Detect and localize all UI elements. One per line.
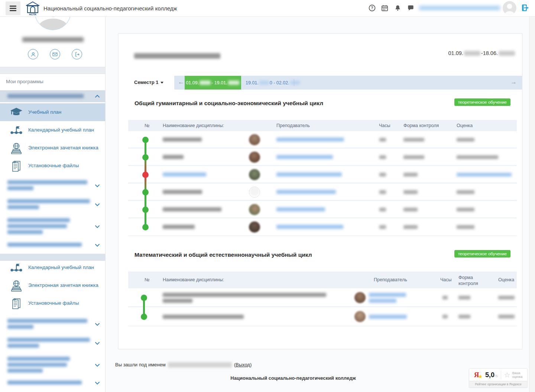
- sidebar-program-collapsed[interactable]: [0, 337, 106, 353]
- caret-down-icon: [160, 82, 163, 84]
- discipline-name-redacted: [163, 207, 221, 211]
- chevron-down-icon: [95, 323, 100, 326]
- period-tab-next[interactable]: 19.01.0 - 02.02.: [246, 76, 301, 90]
- teacher-link-redacted[interactable]: [276, 190, 336, 194]
- chevron-up-icon: [95, 95, 100, 98]
- teacher-link-redacted[interactable]: [276, 225, 343, 229]
- sidebar-item-label: Календарный учебный план: [28, 127, 94, 133]
- chevron-down-icon: [95, 225, 100, 228]
- table-row: 2: [128, 149, 517, 166]
- th-num: №: [145, 123, 149, 128]
- teacher-link-redacted[interactable]: [369, 299, 396, 303]
- milestones-icon: [10, 262, 23, 273]
- sidebar-item-calendar-plan[interactable]: Календарный учебный план: [0, 121, 106, 139]
- sidebar: Мои программы Учебный план Календарный у…: [0, 17, 106, 392]
- th-grade: Оценка: [457, 123, 473, 128]
- teacher-link-redacted[interactable]: [369, 293, 406, 297]
- period-tab-active[interactable]: 01.09. - 19.01.: [185, 76, 241, 90]
- th-form: Форма контроля: [458, 275, 482, 287]
- logout-link[interactable]: Выход: [236, 362, 250, 367]
- svg-text:НСПК: НСПК: [29, 13, 36, 16]
- paren: ): [250, 362, 252, 367]
- sidebar-item-setup-files-2[interactable]: Установочные файлы: [0, 294, 106, 312]
- sidebar-program-collapsed[interactable]: [0, 379, 106, 390]
- th-num: №: [145, 277, 149, 282]
- logged-in-name-redacted: [168, 362, 232, 367]
- sidebar-program-expanded[interactable]: [0, 90, 106, 102]
- control-form-redacted: [403, 225, 418, 229]
- notifications-bell-icon[interactable]: [394, 4, 401, 12]
- sidebar-program-collapsed[interactable]: [0, 242, 106, 252]
- semester-tab-row: Семестр 1 ← 01.09. - 19.01. 19.01.0 - 02…: [119, 76, 522, 90]
- teacher-link-redacted[interactable]: [276, 207, 325, 211]
- sidebar-item-label: Электронная зачетная книжка: [28, 145, 98, 150]
- discipline-name-redacted: [163, 137, 202, 142]
- status-dot-red: [142, 172, 149, 178]
- sidebar-program-collapsed[interactable]: [0, 217, 106, 239]
- teacher-link-redacted[interactable]: [276, 155, 333, 159]
- messages-chat-icon[interactable]: [407, 4, 414, 12]
- date-year-redacted: [464, 51, 480, 56]
- star-outline-icon[interactable]: ☆: [504, 371, 510, 379]
- logout-icon[interactable]: [521, 3, 531, 13]
- profile-person-icon[interactable]: [28, 49, 38, 59]
- scrollbar-track[interactable]: [529, 17, 535, 392]
- table-row: 2: [128, 307, 517, 326]
- status-dot-green: [141, 295, 147, 301]
- sidebar-program-collapsed[interactable]: [0, 198, 106, 214]
- hours-redacted: [442, 296, 448, 299]
- sidebar-program-collapsed[interactable]: [0, 179, 106, 195]
- profile-mail-icon[interactable]: [50, 49, 60, 59]
- sidebar-item-calendar-plan-2[interactable]: Календарный учебный план: [0, 259, 106, 276]
- milestones-icon: [10, 124, 23, 136]
- grade-link-redacted[interactable]: [457, 173, 512, 176]
- sidebar-item-gradebook-2[interactable]: Электронная зачетная книжка: [0, 276, 106, 294]
- discipline-name-redacted: [163, 190, 202, 194]
- help-icon[interactable]: ?: [369, 4, 376, 12]
- sidebar-program-collapsed[interactable]: [0, 356, 106, 377]
- th-teacher: Преподаватель: [276, 123, 310, 128]
- program-card: 01.09.-18.06. Семестр 1 ← 01.09. - 19.01…: [118, 33, 522, 349]
- th-name: Наименование дисциплины:: [163, 277, 224, 282]
- program-date-range: 01.09.-18.06.: [448, 50, 516, 56]
- svg-text:?: ?: [371, 6, 373, 10]
- th-form: Форма контроля: [403, 123, 439, 128]
- sidebar-item-gradebook[interactable]: Электронная зачетная книжка: [0, 139, 106, 157]
- profile-name-redacted: [22, 37, 84, 42]
- grade-redacted: [457, 190, 474, 194]
- prev-period-arrow[interactable]: ←: [178, 78, 184, 86]
- section-title: Математический и общий естественнонаучны…: [134, 252, 312, 258]
- hours-redacted: [442, 315, 448, 318]
- chevron-down-icon: [95, 244, 100, 247]
- status-dot-green: [142, 224, 149, 230]
- user-avatar: [503, 1, 516, 15]
- control-form-redacted: [403, 190, 418, 194]
- next-period-arrow[interactable]: →: [510, 78, 517, 86]
- sidebar-program-collapsed[interactable]: [0, 318, 106, 334]
- top-header: НСПК Национальный социально-педагогическ…: [0, 0, 535, 17]
- semester-selector[interactable]: Семестр 1: [134, 80, 163, 85]
- th-teacher: Преподаватель: [374, 277, 407, 282]
- discipline-name-redacted: [163, 155, 184, 159]
- current-user-name-redacted[interactable]: [419, 6, 500, 10]
- sidebar-item-study-plan[interactable]: Учебный план: [0, 103, 106, 121]
- profile-logout-icon[interactable]: [72, 49, 82, 59]
- discipline-link-redacted[interactable]: [163, 172, 206, 176]
- table-header: № Наименование дисциплины: Преподаватель…: [128, 120, 517, 131]
- logged-in-text: Вы зашли под именем: [115, 362, 166, 367]
- control-form-redacted: [403, 138, 424, 142]
- your-rating-line1: Ваша: [512, 371, 521, 375]
- yandex-rating-widget[interactable]: Я ★ 5,0 /5 ☆ Ваша оценка Рейтинг организ…: [469, 368, 528, 388]
- sidebar-item-label: Установочные файлы: [28, 300, 79, 306]
- teacher-avatar: [249, 134, 260, 145]
- sidebar-item-setup-files[interactable]: Установочные файлы: [0, 157, 106, 175]
- control-form-redacted: [403, 155, 424, 159]
- hamburger-menu-button[interactable]: [6, 1, 20, 15]
- sidebar-divider: [0, 67, 106, 74]
- calendar-icon[interactable]: [381, 4, 388, 12]
- teacher-link-redacted[interactable]: [276, 137, 344, 142]
- teacher-link-redacted[interactable]: [369, 315, 407, 319]
- sidebar-item-label: Календарный учебный план: [28, 265, 94, 270]
- teacher-link-redacted[interactable]: [276, 172, 342, 176]
- sidebar-item-label: Учебный план: [28, 109, 61, 115]
